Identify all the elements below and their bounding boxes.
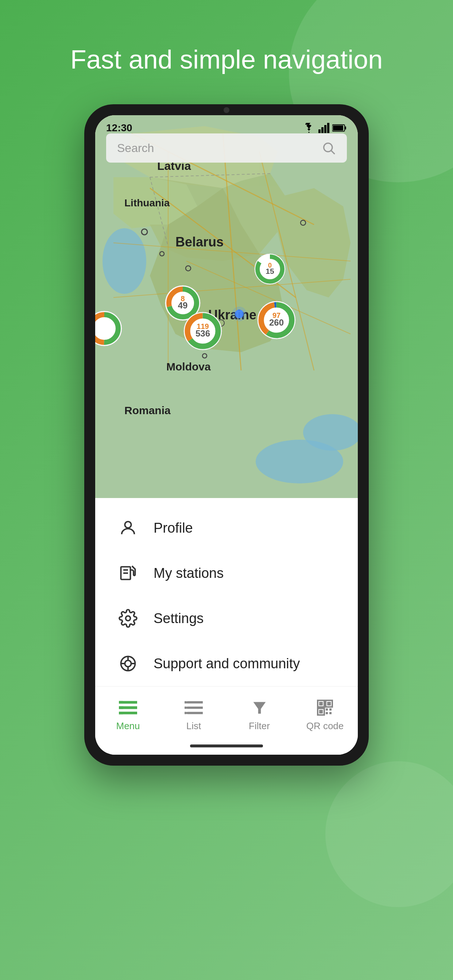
nav-label-qr: QR code xyxy=(306,721,344,732)
search-icon xyxy=(321,141,336,155)
status-time: 12:30 xyxy=(106,122,132,134)
svg-rect-3 xyxy=(327,123,329,133)
svg-point-64 xyxy=(126,616,131,621)
svg-rect-6 xyxy=(333,126,343,130)
svg-point-8 xyxy=(102,228,146,294)
nav-label-menu: Menu xyxy=(116,721,140,732)
svg-rect-1 xyxy=(321,127,324,133)
menu-label-my-stations: My stations xyxy=(153,565,223,581)
status-bar: 12:30 xyxy=(95,115,358,137)
page-title: Fast and simple navigation xyxy=(41,44,412,75)
nav-item-filter[interactable]: Filter xyxy=(226,694,292,735)
svg-text:Belarus: Belarus xyxy=(175,234,223,250)
menu-label-settings: Settings xyxy=(153,611,204,626)
search-bar[interactable]: Search xyxy=(106,134,347,162)
svg-line-59 xyxy=(332,151,335,154)
svg-rect-87 xyxy=(327,702,331,705)
camera xyxy=(223,107,230,113)
svg-rect-0 xyxy=(318,129,321,133)
menu-item-support[interactable]: Support and community xyxy=(95,641,358,686)
home-indicator xyxy=(95,739,358,755)
svg-text:536: 536 xyxy=(196,328,210,338)
wifi-icon xyxy=(302,123,316,133)
nav-label-filter: Filter xyxy=(249,721,270,732)
map-svg: Latvia Lithuania Belarus Ukraine Moldova… xyxy=(95,115,358,498)
map-view[interactable]: Latvia Lithuania Belarus Ukraine Moldova… xyxy=(95,115,358,498)
filter-nav-icon xyxy=(249,697,270,718)
svg-point-60 xyxy=(125,522,131,528)
home-bar xyxy=(190,745,263,748)
svg-text:Lithuania: Lithuania xyxy=(124,197,170,208)
profile-icon xyxy=(117,517,139,539)
svg-rect-93 xyxy=(329,712,332,714)
list-nav-icon xyxy=(184,697,204,718)
nav-item-qr[interactable]: QR code xyxy=(292,694,358,735)
phone-frame: 12:30 xyxy=(84,104,369,765)
svg-rect-2 xyxy=(324,125,327,133)
svg-rect-85 xyxy=(319,702,323,705)
menu-item-profile[interactable]: Profile xyxy=(95,505,358,550)
svg-text:15: 15 xyxy=(266,267,274,275)
menu-item-my-stations[interactable]: My stations xyxy=(95,550,358,596)
svg-rect-90 xyxy=(326,708,328,711)
svg-text:49: 49 xyxy=(178,301,188,310)
status-icons xyxy=(302,123,347,133)
svg-point-58 xyxy=(324,143,332,152)
nav-item-list[interactable]: List xyxy=(161,694,226,735)
signal-icon xyxy=(318,123,329,133)
qr-nav-icon xyxy=(315,697,335,718)
menu-nav-icon xyxy=(118,697,138,718)
bottom-sheet-menu: Profile My stations xyxy=(95,498,358,755)
battery-icon xyxy=(332,124,347,132)
svg-point-34 xyxy=(232,307,247,321)
search-placeholder: Search xyxy=(117,142,316,155)
settings-icon xyxy=(117,608,139,629)
nav-label-list: List xyxy=(187,721,201,732)
svg-rect-5 xyxy=(345,127,346,129)
menu-label-support: Support and community xyxy=(153,656,300,671)
svg-text:Romania: Romania xyxy=(124,404,171,416)
gas-station-icon xyxy=(117,562,139,584)
menu-label-profile: Profile xyxy=(153,520,193,536)
support-icon xyxy=(117,652,139,675)
svg-point-66 xyxy=(125,660,131,667)
svg-rect-89 xyxy=(319,710,323,713)
nav-item-menu[interactable]: Menu xyxy=(95,694,161,735)
menu-item-settings[interactable]: Settings xyxy=(95,596,358,641)
svg-rect-92 xyxy=(326,712,328,714)
svg-text:Moldova: Moldova xyxy=(166,361,211,372)
svg-marker-83 xyxy=(253,702,266,714)
bottom-navigation: Menu xyxy=(95,686,358,739)
svg-text:260: 260 xyxy=(269,318,284,328)
svg-rect-91 xyxy=(329,708,332,711)
